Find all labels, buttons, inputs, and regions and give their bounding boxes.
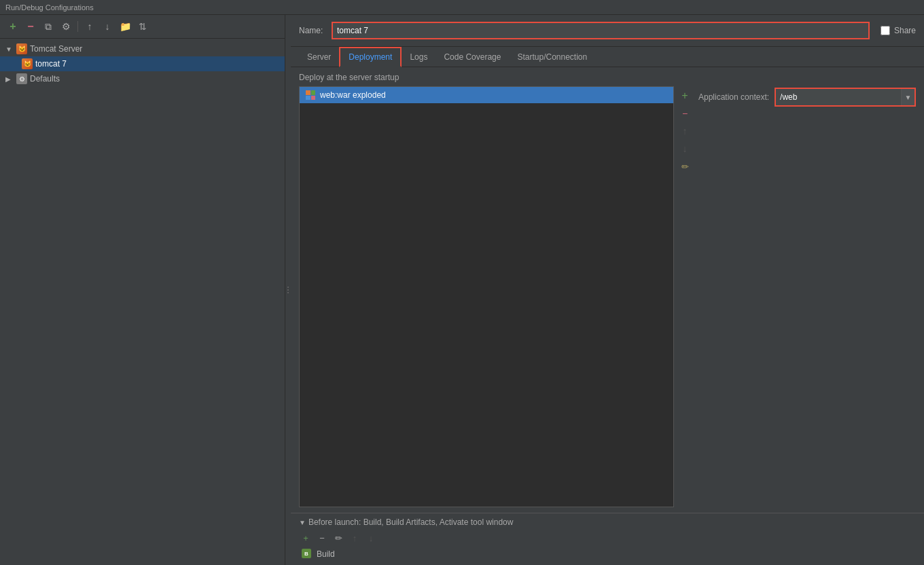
edit-artifact-button[interactable]: ✏ <box>677 158 693 175</box>
name-input[interactable] <box>332 22 870 39</box>
sidebar: + − ⧉ ⚙ ↑ ↓ 📁 ⇅ <box>0 15 285 565</box>
deploy-main: web:war exploded + − ↑ ↓ ✏ A <box>299 86 916 507</box>
artifact-icon <box>305 90 316 101</box>
remove-config-button[interactable]: − <box>23 19 38 34</box>
title-bar: Run/Debug Configurations <box>0 0 924 15</box>
before-launch-up-button[interactable]: ↑ <box>348 531 361 545</box>
before-launch-arrow[interactable]: ▼ <box>299 519 306 526</box>
before-launch-toolbar: + − ✏ ↑ ↓ <box>299 531 916 545</box>
artifact-list: web:war exploded <box>299 86 674 507</box>
sidebar-toolbar: + − ⧉ ⚙ ↑ ↓ 📁 ⇅ <box>0 15 285 39</box>
defaults-arrow: ▶ <box>5 75 14 83</box>
artifact-section: web:war exploded + − ↑ ↓ ✏ <box>299 86 693 507</box>
share-checkbox[interactable] <box>881 26 890 35</box>
before-launch-add-button[interactable]: + <box>299 531 313 545</box>
before-launch-build-item: B Build <box>299 547 916 561</box>
defaults-label: Defaults <box>30 74 60 84</box>
share-label: Share <box>894 26 916 35</box>
bottom-area: ▼ Before launch: Build, Build Artifacts,… <box>291 513 924 565</box>
tab-startup-connection[interactable]: Startup/Connection <box>509 48 595 67</box>
folder-button[interactable]: 📁 <box>118 19 132 34</box>
move-down-button[interactable]: ↓ <box>100 19 115 34</box>
app-context-label: Application context: <box>698 92 769 102</box>
artifact-up-button[interactable]: ↑ <box>677 123 693 139</box>
copy-config-button[interactable]: ⧉ <box>41 19 56 34</box>
main-container: + − ⧉ ⚙ ↑ ↓ 📁 ⇅ <box>0 15 924 565</box>
tree-group-tomcat-server[interactable]: ▼ 🐱 Tomcat Server <box>0 41 285 56</box>
tab-logs[interactable]: Logs <box>402 48 436 67</box>
group-label-tomcat: Tomcat Server <box>30 44 82 54</box>
share-area: Share <box>881 26 916 35</box>
splitter-dots <box>287 287 289 293</box>
sidebar-item-defaults[interactable]: ▶ ⚙ Defaults <box>0 71 285 86</box>
defaults-icon: ⚙ <box>16 73 27 84</box>
app-context-dropdown-button[interactable]: ▼ <box>901 89 914 105</box>
toolbar-separator <box>77 21 78 32</box>
tab-code-coverage[interactable]: Code Coverage <box>436 48 509 67</box>
before-launch-remove-button[interactable]: − <box>315 531 329 545</box>
before-launch-header: ▼ Before launch: Build, Build Artifacts,… <box>299 517 916 527</box>
tomcat7-label: tomcat 7 <box>35 59 67 69</box>
list-side-buttons: + − ↑ ↓ ✏ <box>677 86 693 507</box>
sidebar-splitter[interactable] <box>285 15 291 565</box>
add-artifact-button[interactable]: + <box>677 88 693 104</box>
add-config-button[interactable]: + <box>5 19 20 34</box>
sort-button[interactable]: ⇅ <box>135 19 150 34</box>
artifact-down-button[interactable]: ↓ <box>677 141 693 157</box>
move-up-button[interactable]: ↑ <box>82 19 97 34</box>
tab-deployment[interactable]: Deployment <box>339 47 402 67</box>
remove-artifact-button[interactable]: − <box>677 105 693 122</box>
build-label: Build <box>317 549 335 559</box>
tree-area: ▼ 🐱 Tomcat Server 🐱 tomcat 7 ▶ ⚙ Default… <box>0 39 285 565</box>
app-context-row: Application context: ▼ <box>698 88 916 107</box>
name-label: Name: <box>299 26 326 35</box>
tab-server[interactable]: Server <box>299 48 339 67</box>
before-launch-edit-button[interactable]: ✏ <box>332 531 345 545</box>
before-launch-down-button[interactable]: ↓ <box>364 531 378 545</box>
tomcat7-icon: 🐱 <box>22 58 33 69</box>
app-context-area: Application context: ▼ <box>698 86 916 507</box>
artifact-label: web:war exploded <box>320 90 386 100</box>
group-arrow-tomcat: ▼ <box>5 45 14 53</box>
name-row: Name: Share <box>291 15 924 47</box>
tabs-row: Server Deployment Logs Code Coverage Sta… <box>291 47 924 67</box>
content-area: Name: Share Server Deployment Logs Code … <box>291 15 924 565</box>
title-bar-text: Run/Debug Configurations <box>5 3 94 12</box>
tomcat-icon: 🐱 <box>16 43 27 54</box>
deploy-label: Deploy at the server startup <box>299 73 916 82</box>
sidebar-item-tomcat7[interactable]: 🐱 tomcat 7 <box>0 56 285 71</box>
artifact-item-web-war[interactable]: web:war exploded <box>300 87 673 103</box>
app-context-input[interactable] <box>776 89 901 105</box>
settings-button[interactable]: ⚙ <box>58 19 73 34</box>
deployment-content: Deploy at the server startup <box>291 67 924 513</box>
before-launch-label: Before launch: Build, Build Artifacts, A… <box>308 517 514 527</box>
artifact-list-container: web:war exploded <box>299 86 674 507</box>
app-context-input-wrap: ▼ <box>775 88 916 107</box>
build-icon: B <box>302 549 313 560</box>
